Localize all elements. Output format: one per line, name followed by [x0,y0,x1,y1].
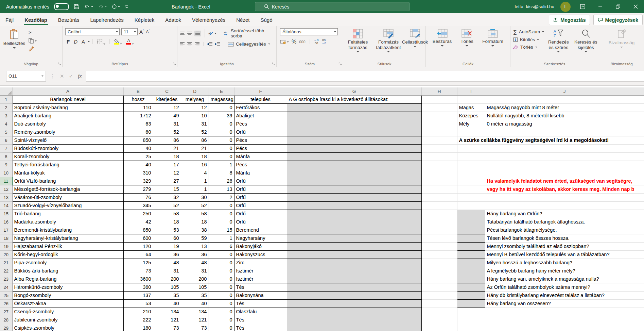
cell-A13[interactable]: Vásáros-úti-zsomboly [12,193,123,201]
cell-G15[interactable] [287,210,421,218]
cell-E14[interactable]: 0 [209,201,234,210]
cell-C28[interactable]: 121 [153,316,181,324]
cell-D27[interactable]: 134 [181,308,209,316]
cell-C17[interactable]: 53 [153,226,181,234]
font-size-select[interactable]: 11 [121,28,138,35]
cell-F2[interactable]: Fertőrákos [234,103,287,112]
cell-C24[interactable]: 105 [153,283,181,291]
cell-I14[interactable] [457,201,485,210]
cell-A23[interactable]: Alba Regia-barlang [12,275,123,283]
cell-E4[interactable]: 0 [209,120,234,128]
restore-icon[interactable] [612,0,624,13]
cell-F3[interactable]: Abaliget [234,112,287,120]
tab-page-layout[interactable]: Lapelrendezés [85,13,129,26]
row-header-16[interactable]: 16 [0,218,12,226]
cell-A5[interactable]: Remény-zsomboly [12,128,123,136]
align-bottom-icon[interactable] [194,31,201,36]
cell-B23[interactable]: 3600 [123,275,153,283]
cell-H13[interactable] [421,193,457,201]
cell-G22[interactable] [287,267,421,275]
copy-icon[interactable] [29,38,37,44]
conditional-formatting-button[interactable]: Feltételes formázás [343,28,372,59]
row-header-8[interactable]: 8 [0,152,12,161]
cell-C23[interactable]: 200 [153,275,181,283]
cell-A2[interactable]: Soproni Zsivány-barlang [12,103,123,112]
cell-G24[interactable] [287,283,421,291]
cell-A8[interactable]: Korall-zsomboly [12,152,123,161]
row-header-2[interactable]: 2 [0,103,12,112]
format-painter-icon[interactable] [29,46,37,51]
ribbon-display-options-icon[interactable] [577,0,588,13]
cell-E9[interactable]: 1 [209,161,234,169]
cell-A15[interactable]: Trió-barlang [12,210,123,218]
cell-H25[interactable] [421,291,457,299]
paste-button[interactable]: Beillesztés [0,28,29,59]
cell-B4[interactable]: 63 [123,120,153,128]
increase-decimal-icon[interactable]: ←0.00 [314,39,319,45]
cell-G14[interactable] [287,201,421,210]
cell-B15[interactable]: 250 [123,210,153,218]
fill-color-icon[interactable] [112,38,123,45]
cell-F26[interactable]: Tés [234,299,287,308]
cell-F12[interactable]: Orfű [234,185,287,193]
cell-H11[interactable] [421,177,457,185]
cell-E2[interactable]: 0 [209,103,234,112]
answer-cell-I19[interactable] [457,242,485,250]
task-cell-J17[interactable]: Pécsi barlangok átlagmélysége. [485,226,644,234]
cell-G2[interactable] [287,103,421,112]
underline-caret[interactable] [88,41,90,42]
col-header-J[interactable]: J [485,87,644,95]
cell-E29[interactable]: 0 [209,324,234,331]
row-header-4[interactable]: 4 [0,120,12,128]
cell-I3[interactable]: Közepes [457,112,485,120]
wrap-text-button[interactable]: ab Sortöréssel több sorba [224,28,274,38]
task-cell-J20[interactable]: Mennyi B betűvel kezdődő település van a… [485,250,644,259]
cell-F11[interactable]: Orfű [234,177,287,185]
cell-B28[interactable]: 222 [123,316,153,324]
autosave-toggle[interactable] [54,3,69,10]
cell-I1[interactable] [457,95,485,103]
cell-D18[interactable]: 59 [181,234,209,242]
cell-A12[interactable]: Mészégető-források-barlangja [12,185,123,193]
cell-A29[interactable]: Csipkés-zsomboly [12,324,123,331]
cell-I8[interactable] [457,152,485,161]
cell-B1[interactable]: hossz [123,95,153,103]
row-header-7[interactable]: 7 [0,144,12,152]
row-header-10[interactable]: 10 [0,169,12,177]
cell-D3[interactable]: 10 [181,112,209,120]
cell-F8[interactable]: Mánfa [234,152,287,161]
cell-B5[interactable]: 60 [123,128,153,136]
accounting-format-icon[interactable] [280,39,289,44]
col-header-D[interactable]: D [181,87,209,95]
cell-H5[interactable] [421,128,457,136]
cell-C27[interactable]: 134 [153,308,181,316]
answer-cell-I15[interactable] [457,210,485,218]
task-cell-J24[interactable]: Az Orfűn található zsombolyok száma menn… [485,283,644,291]
cell-E26[interactable]: 0 [209,299,234,308]
cell-A1[interactable]: Barlangok nevei [12,95,123,103]
cell-J13[interactable] [485,193,644,201]
cell-F25[interactable]: Bakonynána [234,291,287,299]
cell-B9[interactable]: 40 [123,161,153,169]
cell-B25[interactable]: 137 [123,291,153,299]
cell-H17[interactable] [421,226,457,234]
cell-F28[interactable]: Tés [234,316,287,324]
cell-G12[interactable] [287,185,421,193]
cell-A25[interactable]: Bongó-zsomboly [12,291,123,299]
align-right-icon[interactable] [194,42,200,46]
clipboard-dialog-launcher-icon[interactable] [58,62,61,66]
cell-D26[interactable]: 40 [181,299,209,308]
cell-G26[interactable] [287,299,421,308]
cell-H1[interactable] [421,95,457,103]
cell-H16[interactable] [421,218,457,226]
tab-home[interactable]: Kezdőlap [19,13,53,26]
cell-H21[interactable] [421,259,457,267]
cell-H15[interactable] [421,210,457,218]
cell-D21[interactable]: 48 [181,259,209,267]
col-header-F[interactable]: F [234,87,287,95]
row-header-6[interactable]: 6 [0,136,12,144]
cell-D7[interactable]: 21 [181,144,209,152]
row-header-26[interactable]: 26 [0,299,12,308]
avatar[interactable]: L [560,2,571,12]
cell-F23[interactable]: Isztimér [234,275,287,283]
